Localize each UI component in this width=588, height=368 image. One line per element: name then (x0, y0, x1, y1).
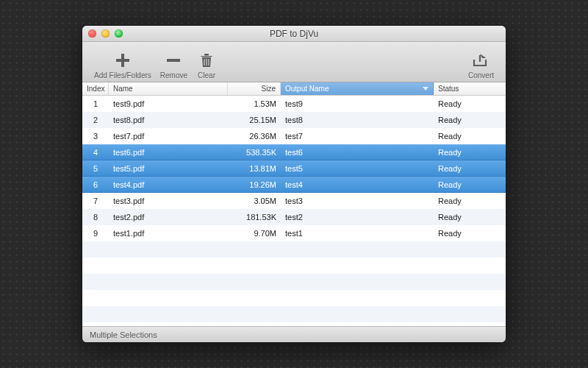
cell-size (228, 290, 281, 306)
cell-output: test1 (281, 225, 434, 241)
cell-size: 26.36M (228, 128, 281, 144)
svg-rect-1 (204, 54, 209, 56)
cell-name (109, 306, 228, 322)
minimize-window-button[interactable] (101, 29, 110, 38)
cell-index (82, 241, 109, 258)
cell-size (228, 306, 281, 322)
cell-status: Ready (434, 209, 506, 225)
cell-output: test9 (281, 96, 434, 112)
svg-rect-4 (208, 59, 209, 66)
table-row[interactable]: 4test6.pdf538.35Ktest6Ready (82, 144, 506, 160)
table-row (82, 290, 506, 306)
remove-button[interactable]: Remove (156, 42, 192, 82)
table-row[interactable]: 9test1.pdf9.70Mtest1Ready (82, 225, 506, 241)
cell-name (109, 290, 228, 306)
cell-status (434, 241, 506, 258)
clear-label: Clear (198, 71, 215, 79)
cell-output: test6 (281, 145, 434, 160)
cell-status: Ready (434, 225, 506, 241)
close-window-button[interactable] (88, 29, 96, 38)
add-files-button[interactable]: Add Files/Folders (90, 42, 156, 82)
cell-index: 2 (82, 112, 109, 128)
cell-status: Ready (434, 145, 506, 160)
cell-index: 7 (82, 193, 109, 209)
statusbar: Multiple Selections (82, 326, 506, 342)
cell-status: Ready (434, 177, 506, 192)
clear-button[interactable]: Clear (192, 42, 221, 82)
cell-status: Ready (434, 96, 506, 112)
cell-output (281, 306, 434, 322)
table-row[interactable]: 1test9.pdf1.53Mtest9Ready (82, 96, 506, 112)
minus-icon (163, 50, 184, 71)
cell-status: Ready (434, 112, 506, 128)
cell-output (281, 241, 434, 258)
plus-icon (112, 50, 133, 71)
cell-name: test5.pdf (109, 160, 228, 176)
svg-rect-2 (204, 59, 205, 66)
cell-status (434, 258, 506, 274)
column-header-name[interactable]: Name (109, 82, 228, 95)
table-header: Index Name Size Output Name Status (82, 82, 506, 96)
svg-rect-0 (167, 59, 180, 62)
table-row[interactable]: 7test3.pdf3.05Mtest3Ready (82, 193, 506, 209)
cell-name: test6.pdf (109, 145, 228, 160)
trash-icon (196, 50, 217, 71)
table-row (82, 274, 506, 290)
cell-output: test8 (281, 112, 434, 128)
window-title: PDF to DjVu (82, 29, 506, 39)
cell-output: test3 (281, 193, 434, 209)
statusbar-text: Multiple Selections (90, 330, 157, 339)
cell-name (109, 274, 228, 290)
cell-size: 538.35K (228, 145, 281, 160)
cell-output: test4 (281, 177, 434, 192)
cell-size: 3.05M (228, 193, 281, 209)
cell-size: 1.53M (228, 96, 281, 112)
cell-size: 13.81M (228, 160, 281, 176)
cell-index (82, 290, 109, 306)
cell-name: test4.pdf (109, 177, 228, 192)
cell-index: 8 (82, 209, 109, 225)
cell-output: test7 (281, 128, 434, 144)
cell-status (434, 274, 506, 290)
column-header-status[interactable]: Status (434, 82, 506, 95)
table-row[interactable]: 6test4.pdf19.26Mtest4Ready (82, 177, 506, 193)
cell-index: 6 (82, 177, 109, 192)
column-header-index[interactable]: Index (82, 82, 109, 95)
cell-status (434, 306, 506, 322)
cell-output (281, 258, 434, 274)
table-row[interactable]: 5test5.pdf13.81Mtest5Ready (82, 160, 506, 177)
cell-status: Ready (434, 160, 506, 176)
table-row[interactable]: 3test7.pdf26.36Mtest7Ready (82, 128, 506, 144)
cell-name: test2.pdf (109, 209, 228, 225)
cell-status (434, 290, 506, 306)
traffic-lights (82, 29, 123, 38)
cell-output (281, 290, 434, 306)
remove-label: Remove (160, 71, 187, 79)
convert-label: Convert (468, 71, 494, 79)
cell-size: 181.53K (228, 209, 281, 225)
cell-size (228, 258, 281, 274)
table-row (82, 258, 506, 274)
zoom-window-button[interactable] (115, 29, 123, 38)
export-icon (470, 50, 491, 71)
cell-size (228, 241, 281, 258)
column-header-size[interactable]: Size (228, 82, 281, 95)
cell-name (109, 258, 228, 274)
cell-size (228, 274, 281, 290)
cell-index (82, 306, 109, 322)
cell-index: 5 (82, 160, 109, 176)
cell-index: 9 (82, 225, 109, 241)
add-files-label: Add Files/Folders (94, 71, 151, 79)
cell-name: test9.pdf (109, 96, 228, 112)
table-row[interactable]: 2test8.pdf25.15Mtest8Ready (82, 112, 506, 128)
column-header-output[interactable]: Output Name (281, 82, 434, 95)
cell-size: 19.26M (228, 177, 281, 192)
table-row (82, 306, 506, 322)
cell-name: test8.pdf (109, 112, 228, 128)
convert-button[interactable]: Convert (464, 42, 498, 82)
table-body: 1test9.pdf1.53Mtest9Ready2test8.pdf25.15… (82, 96, 506, 326)
cell-index (82, 258, 109, 274)
table-row[interactable]: 8test2.pdf181.53Ktest2Ready (82, 209, 506, 225)
cell-status: Ready (434, 193, 506, 209)
cell-index (82, 274, 109, 290)
